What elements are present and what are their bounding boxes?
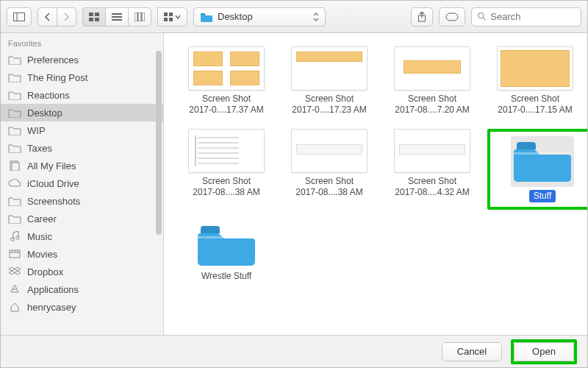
file-thumbnail — [394, 46, 470, 91]
svg-rect-18 — [446, 13, 458, 21]
folder-icon — [8, 107, 21, 118]
sidebar-item-label: WIP — [27, 125, 46, 136]
svg-rect-13 — [169, 13, 173, 16]
svg-point-19 — [478, 13, 484, 18]
svg-rect-0 — [14, 13, 25, 21]
svg-marker-33 — [9, 271, 15, 275]
share-icon — [417, 12, 426, 22]
sidebar-item-dropbox[interactable]: Dropbox — [1, 263, 163, 280]
view-group — [82, 7, 151, 26]
file-thumbnail — [291, 129, 368, 173]
sidebar-item-label: Music — [27, 231, 52, 242]
sidebar-item-label: iCloud Drive — [27, 178, 79, 189]
svg-rect-14 — [164, 18, 168, 21]
chevron-left-icon — [44, 13, 51, 21]
folder-item[interactable]: Stuff — [495, 136, 587, 202]
sidebar-item-label: Taxes — [27, 143, 52, 154]
tutorial-highlight: Stuff — [487, 129, 587, 210]
sidebar-item-preferences[interactable]: Preferences — [1, 51, 163, 68]
column-view-button[interactable] — [128, 7, 151, 26]
file-thumbnail — [188, 129, 265, 173]
dropbox-icon — [8, 266, 21, 277]
sidebar-item-reactions[interactable]: Reactions — [1, 86, 163, 104]
icon-view-button[interactable] — [82, 7, 105, 26]
file-item[interactable]: Screen Shot2017-08....4.32 AM — [384, 129, 480, 210]
search-input[interactable] — [490, 11, 575, 22]
file-name: Screen Shot2017-08....4.32 AM — [393, 176, 470, 198]
file-name: Stuff — [529, 190, 556, 202]
file-name: Screen Shot2017-08....38 AM — [191, 176, 261, 198]
file-name: Screen Shot2017-0....17.37 AM — [187, 93, 265, 116]
folder-icon — [200, 12, 213, 22]
search-field[interactable] — [471, 7, 581, 26]
sidebar-item-icloud-drive[interactable]: iCloud Drive — [1, 174, 163, 192]
sidebar-item-desktop[interactable]: Desktop — [1, 104, 163, 121]
open-button[interactable]: Open — [514, 342, 574, 361]
file-item[interactable]: Screen Shot2017-08....38 AM — [282, 129, 377, 210]
cancel-button[interactable]: Cancel — [442, 342, 502, 361]
forward-button[interactable] — [57, 7, 76, 26]
sidebar-item-all-my-files[interactable]: All My Files — [1, 157, 163, 174]
dialog-footer: Cancel Open — [1, 335, 587, 367]
folder-icon — [8, 90, 21, 100]
svg-rect-10 — [138, 13, 141, 21]
music-icon — [8, 231, 21, 241]
file-grid-area[interactable]: Screen Shot2017-0....17.37 AMScreen Shot… — [164, 33, 587, 335]
folder-icon — [8, 196, 21, 206]
file-name: Screen Shot2017-0....17.23 AM — [290, 93, 368, 116]
sidebar-item-label: The Ring Post — [27, 72, 87, 83]
tags-button[interactable] — [439, 7, 465, 26]
sidebar-item-music[interactable]: Music — [1, 227, 163, 245]
folder-icon — [511, 136, 574, 187]
svg-rect-9 — [135, 13, 137, 21]
sidebar-item-movies[interactable]: Movies — [1, 245, 163, 263]
sidebar-item-wip[interactable]: WIP — [1, 121, 163, 139]
sidebar-item-screenshots[interactable]: Screenshots — [1, 192, 163, 210]
sidebar-item-label: Reactions — [27, 90, 70, 101]
folder-item[interactable]: Wrestle Stuff — [179, 223, 274, 282]
sidebar-item-taxes[interactable]: Taxes — [1, 139, 163, 157]
back-button[interactable] — [37, 7, 57, 26]
sidebar-item-label: henrycasey — [27, 302, 76, 313]
file-item[interactable]: Screen Shot2017-08....7.20 AM — [384, 46, 480, 116]
sidebar-section-header: Favorites — [1, 33, 163, 51]
file-item[interactable]: Screen Shot2017-0....17.23 AM — [282, 46, 377, 116]
sidebar-item-label: Career — [27, 213, 57, 224]
file-item[interactable]: Screen Shot2017-0....17.15 AM — [487, 46, 583, 116]
location-popup[interactable]: Desktop — [193, 7, 326, 26]
sidebar-item-career[interactable]: Career — [1, 210, 163, 227]
grid-small-icon — [164, 13, 173, 21]
sidebar-toggle-button[interactable] — [7, 7, 32, 26]
svg-rect-36 — [514, 152, 571, 155]
sidebar: Favorites PreferencesThe Ring PostReacti… — [1, 33, 164, 335]
home-icon — [8, 302, 21, 312]
sidebar-scrollbar[interactable] — [156, 51, 162, 235]
file-thumbnail — [188, 46, 265, 91]
share-button[interactable] — [411, 7, 433, 26]
arrange-group — [157, 7, 187, 26]
sidebar-item-the-ring-post[interactable]: The Ring Post — [1, 68, 163, 86]
sidebar-item-henrycasey[interactable]: henrycasey — [1, 298, 163, 316]
apps-icon — [8, 284, 21, 294]
nav-group — [37, 7, 76, 26]
location-label: Desktop — [218, 11, 253, 22]
folder-icon — [8, 213, 21, 224]
chevron-down-icon — [175, 14, 181, 20]
svg-rect-11 — [142, 13, 145, 21]
svg-point-23 — [11, 238, 15, 241]
tag-icon — [445, 13, 459, 21]
file-item[interactable]: Screen Shot2017-08....38 AM — [179, 129, 274, 210]
svg-rect-4 — [89, 18, 93, 21]
file-item[interactable]: Screen Shot2017-0....17.37 AM — [179, 46, 274, 116]
file-name: Screen Shot2017-0....17.15 AM — [496, 93, 573, 116]
sidebar-item-label: All My Files — [27, 160, 76, 171]
sidebar-item-label: Applications — [27, 284, 79, 295]
sidebar-item-label: Screenshots — [27, 196, 80, 207]
sidebar-item-applications[interactable]: Applications — [1, 280, 163, 298]
sidebar-list: PreferencesThe Ring PostReactionsDesktop… — [1, 51, 163, 316]
list-icon — [112, 13, 122, 21]
list-view-button[interactable] — [105, 7, 128, 26]
svg-rect-12 — [164, 13, 168, 16]
file-name: Screen Shot2017-08....7.20 AM — [393, 93, 470, 116]
arrange-button[interactable] — [157, 7, 187, 26]
